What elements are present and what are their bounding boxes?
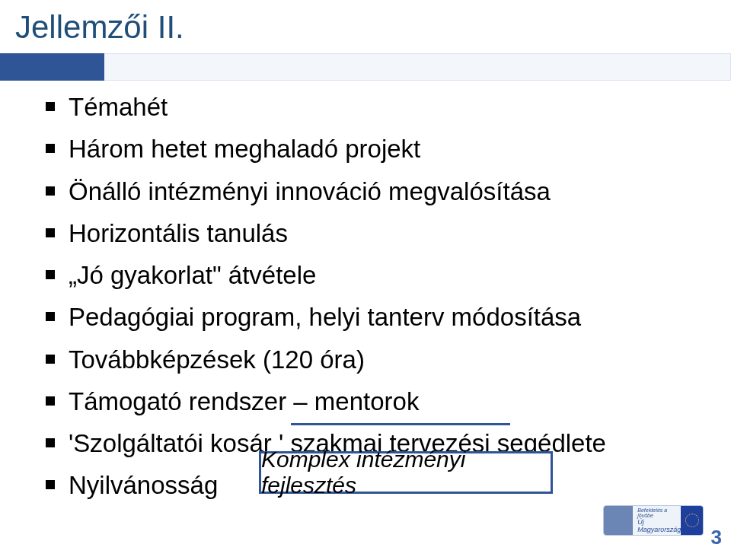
bullet-icon [46, 355, 55, 364]
slide: Jellemzői II. Témahét Három hetet meghal… [0, 0, 731, 560]
bullet-icon [46, 270, 55, 279]
badge-line2: Új Magyarország [637, 518, 681, 533]
list-item: Támogató rendszer – mentorok [46, 386, 701, 417]
title-bar-bg [0, 53, 731, 81]
bullet-text: Önálló intézményi innováció megvalósítás… [69, 176, 551, 207]
bullet-icon [46, 186, 55, 196]
list-item: „Jó gyakorlat" átvétele [46, 259, 701, 291]
page-title: Jellemzői II. [15, 9, 184, 46]
eu-badge: Befektetés a jövőbe Új Magyarország [603, 505, 704, 536]
bullet-text: Témahét [69, 91, 168, 123]
title-bar [0, 47, 731, 85]
list-item: Témahét [46, 91, 701, 123]
bullet-text: Továbbképzések (120 óra) [69, 344, 365, 375]
badge-tag-icon [604, 506, 633, 535]
page-number: 3 [711, 526, 722, 549]
bullet-text: Nyilvánosság [69, 469, 218, 501]
eu-flag-icon [681, 506, 703, 535]
bullet-icon [46, 312, 55, 321]
list-item: Továbbképzések (120 óra) [46, 344, 701, 375]
bullet-icon [46, 438, 55, 447]
caption-box: Komplex intézményi fejlesztés [259, 451, 553, 494]
list-item: Pedagógiai program, helyi tanterv módosí… [46, 301, 701, 332]
bullet-icon [46, 480, 55, 489]
caption-text: Komplex intézményi fejlesztés [261, 447, 551, 498]
bullet-text: Támogató rendszer – mentorok [69, 386, 419, 417]
bullet-text: Horizontális tanulás [69, 218, 288, 249]
bullet-text: „Jó gyakorlat" átvétele [69, 259, 316, 291]
badge-line1: Befektetés a jövőbe [637, 508, 681, 518]
list-item: Önálló intézményi innováció megvalósítás… [46, 176, 701, 207]
connector-line [291, 423, 510, 425]
bullet-text: Pedagógiai program, helyi tanterv módosí… [69, 301, 581, 332]
bullet-text: Három hetet meghaladó projekt [69, 133, 420, 164]
title-bar-accent [0, 53, 104, 81]
badge-mid: Befektetés a jövőbe Új Magyarország [633, 506, 681, 535]
bullet-icon [46, 228, 55, 237]
list-item: Három hetet meghaladó projekt [46, 133, 701, 164]
list-item: Horizontális tanulás [46, 218, 701, 249]
bullet-icon [46, 144, 55, 153]
bullet-icon [46, 396, 55, 406]
bullet-icon [46, 102, 55, 111]
